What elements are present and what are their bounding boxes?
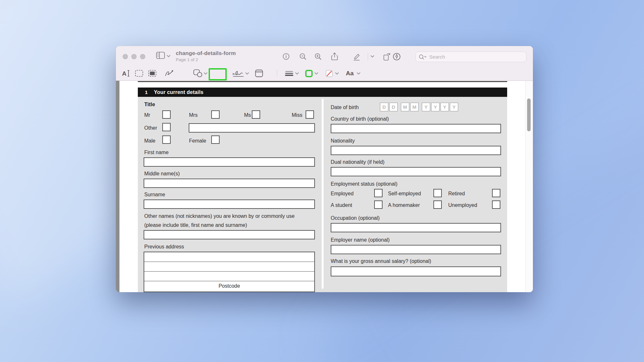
column-divider: [322, 99, 324, 289]
markup-chevron-down-icon[interactable]: [371, 55, 374, 58]
address-line-3[interactable]: [144, 272, 314, 281]
preview-window: change-of-details-form Page 1 of 2: [116, 46, 533, 292]
redact-tool-button[interactable]: [148, 66, 156, 81]
border-color-button[interactable]: [305, 66, 313, 81]
sketch-tool-button[interactable]: [165, 66, 174, 81]
student-checkbox[interactable]: [374, 200, 383, 209]
address-line-1[interactable]: [144, 252, 314, 262]
search-input[interactable]: Search: [415, 51, 526, 62]
info-button[interactable]: [283, 53, 289, 60]
self-employed-checkbox[interactable]: [433, 189, 442, 197]
previous-address-label: Previous address: [144, 244, 184, 250]
dob-day2-box[interactable]: D: [389, 103, 398, 111]
sidebar-icon: [156, 52, 165, 59]
zoom-window-button[interactable]: [140, 54, 145, 59]
dob-year1-box[interactable]: Y: [422, 103, 430, 111]
search-placeholder: Search: [429, 54, 445, 60]
sidebar-toggle-button[interactable]: [156, 52, 165, 59]
other-names-input[interactable]: [144, 230, 315, 239]
employment-status-label: Employment status (optional): [331, 181, 397, 187]
dob-month2-box[interactable]: M: [410, 103, 419, 111]
share-icon: [331, 52, 338, 60]
sidebar-chevron-down-icon[interactable]: [167, 55, 170, 57]
mr-checkbox[interactable]: [162, 110, 171, 119]
section-number: 1: [145, 89, 148, 95]
male-label: Male: [144, 138, 156, 144]
male-checkbox[interactable]: [162, 135, 171, 144]
fill-color-button[interactable]: [326, 66, 333, 81]
retired-checkbox[interactable]: [492, 189, 500, 197]
scrollbar-track[interactable]: [525, 81, 533, 292]
dob-year4-box[interactable]: Y: [450, 103, 458, 111]
text-style-chevron-down-icon[interactable]: [357, 66, 360, 81]
middle-name-input[interactable]: [144, 179, 315, 188]
search-icon: [419, 54, 427, 60]
page-indicator: Page 1 of 2: [176, 57, 198, 62]
first-name-input[interactable]: [144, 157, 315, 167]
mr-label: Mr: [144, 112, 150, 118]
postcode-row[interactable]: Postcode: [144, 281, 314, 291]
fill-and-sign-button[interactable]: [393, 53, 401, 60]
markup-pencil-icon: [353, 53, 361, 61]
rectangular-selection-tool-button[interactable]: [135, 66, 143, 81]
zoom-out-button[interactable]: [299, 53, 307, 60]
shapes-chevron-down-icon[interactable]: [204, 66, 207, 81]
markup-pencil-button[interactable]: [353, 53, 361, 61]
shape-style-button[interactable]: [285, 66, 293, 81]
rotate-button[interactable]: [383, 52, 392, 61]
pen-nib-circle-icon: [393, 53, 401, 60]
form-body: Title Mr Mrs Ms Miss Other Male Female: [138, 97, 507, 292]
miss-label: Miss: [292, 112, 302, 118]
dual-nationality-input[interactable]: [331, 167, 501, 176]
dob-day1-box[interactable]: D: [380, 103, 388, 111]
fill-color-chevron-down-icon[interactable]: [335, 66, 339, 81]
text-selection-tool-button[interactable]: A: [121, 66, 131, 81]
occupation-input[interactable]: [331, 223, 501, 232]
employed-label: Employed: [331, 191, 354, 197]
other-title-input[interactable]: [189, 123, 315, 133]
section-title: Your current details: [154, 89, 204, 95]
other-checkbox[interactable]: [162, 123, 171, 131]
text-style-button[interactable]: Aa: [346, 66, 354, 81]
close-window-button[interactable]: [123, 54, 128, 59]
pdf-page: 1 Your current details Title Mr Mrs Ms M…: [119, 81, 533, 292]
dual-nationality-label: Dual nationality (if held): [331, 159, 384, 165]
zoom-out-icon: [299, 53, 307, 60]
female-label: Female: [189, 138, 206, 144]
country-of-birth-input[interactable]: [331, 124, 501, 133]
surname-input[interactable]: [144, 200, 315, 209]
minimize-window-button[interactable]: [131, 54, 137, 59]
dob-year3-box[interactable]: Y: [440, 103, 449, 111]
shapes-tool-button[interactable]: [193, 66, 203, 81]
sketch-icon: [165, 70, 174, 77]
address-line-2[interactable]: [144, 262, 314, 272]
employer-name-input[interactable]: [331, 245, 501, 254]
homemaker-checkbox[interactable]: [433, 200, 442, 209]
ms-checkbox[interactable]: [252, 110, 260, 119]
shape-style-chevron-down-icon[interactable]: [295, 66, 299, 81]
signature-tool-button[interactable]: [232, 66, 245, 81]
section-header: 1 Your current details: [138, 88, 507, 97]
employed-checkbox[interactable]: [374, 189, 383, 197]
mrs-checkbox[interactable]: [211, 110, 220, 119]
cutoff-content-line: [138, 81, 507, 82]
signature-chevron-down-icon[interactable]: [245, 66, 249, 81]
salary-input[interactable]: [331, 266, 501, 276]
text-selection-icon: A: [121, 70, 131, 77]
female-checkbox[interactable]: [211, 135, 220, 144]
miss-checkbox[interactable]: [306, 110, 314, 119]
share-button[interactable]: [331, 52, 338, 60]
previous-address-box[interactable]: Postcode: [144, 252, 315, 292]
dob-year2-box[interactable]: Y: [431, 103, 440, 111]
dob-month1-box[interactable]: M: [401, 103, 409, 111]
self-employed-label: Self-employed: [388, 191, 421, 197]
scrollbar-thumb[interactable]: [527, 98, 531, 131]
note-tool-button[interactable]: [255, 66, 263, 81]
titlebar: change-of-details-form Page 1 of 2: [116, 46, 533, 66]
unemployed-checkbox[interactable]: [492, 200, 500, 209]
border-color-swatch-icon: [305, 70, 313, 77]
note-icon: [255, 70, 263, 77]
zoom-in-button[interactable]: [315, 53, 322, 60]
nationality-input[interactable]: [331, 146, 501, 155]
border-color-chevron-down-icon[interactable]: [315, 66, 318, 81]
